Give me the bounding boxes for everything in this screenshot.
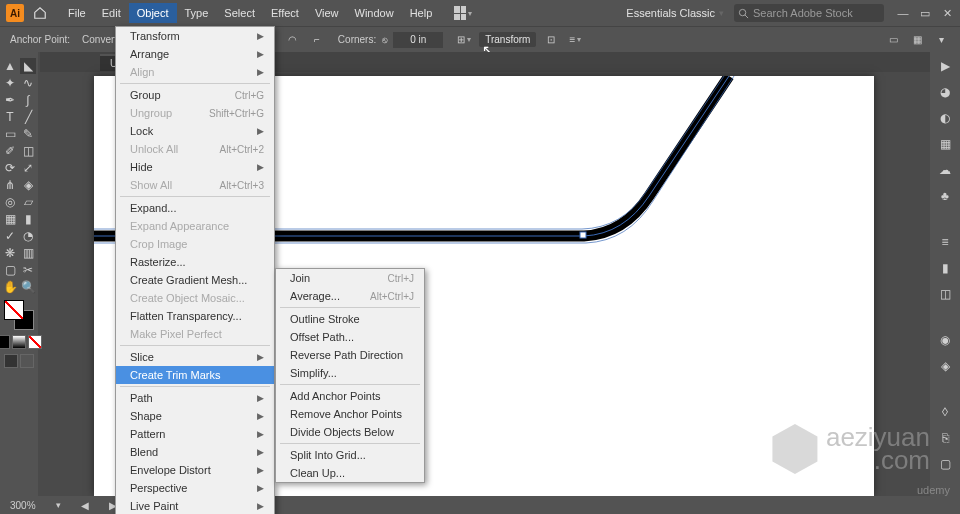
path-menu-item-offset-path[interactable]: Offset Path... — [276, 328, 424, 346]
shape-builder-tool[interactable]: ◎ — [2, 194, 18, 210]
object-menu-item-create-trim-marks[interactable]: Create Trim Marks — [116, 366, 274, 384]
line-tool[interactable]: ╱ — [20, 109, 36, 125]
path-menu-item-clean-up[interactable]: Clean Up... — [276, 464, 424, 482]
home-icon[interactable] — [30, 3, 50, 23]
object-menu-item-arrange[interactable]: Arrange▶ — [116, 45, 274, 63]
object-menu-item-envelope-distort[interactable]: Envelope Distort▶ — [116, 461, 274, 479]
path-menu-item-average[interactable]: Average...Alt+Ctrl+J — [276, 287, 424, 305]
object-menu-item-group[interactable]: GroupCtrl+G — [116, 86, 274, 104]
corner-input[interactable]: 0 in — [393, 32, 443, 48]
object-menu-item-create-gradient-mesh[interactable]: Create Gradient Mesh... — [116, 271, 274, 289]
object-menu-item-path[interactable]: Path▶ — [116, 389, 274, 407]
path-menu-item-join[interactable]: JoinCtrl+J — [276, 269, 424, 287]
search-input[interactable]: Search Adobe Stock — [734, 4, 884, 22]
toolbar-opt3-icon[interactable]: ▾ — [932, 31, 950, 49]
object-menu-item-flatten-transparency[interactable]: Flatten Transparency... — [116, 307, 274, 325]
nav-prev-icon[interactable]: ◀ — [81, 500, 89, 511]
menu-type[interactable]: Type — [177, 3, 217, 23]
color-panel-icon[interactable]: ◕ — [937, 84, 953, 100]
toolbar-opt1-icon[interactable]: ▭ — [884, 31, 902, 49]
toolbar-opt2-icon[interactable]: ▦ — [908, 31, 926, 49]
path-menu-item-remove-anchor-points[interactable]: Remove Anchor Points — [276, 405, 424, 423]
type-tool[interactable]: T — [2, 109, 18, 125]
workspace-switcher[interactable]: Essentials Classic ▾ — [618, 5, 732, 21]
magic-wand-tool[interactable]: ✦ — [2, 75, 18, 91]
free-transform-tool[interactable]: ◈ — [20, 177, 36, 193]
slice-tool[interactable]: ✂ — [20, 262, 36, 278]
blend-tool[interactable]: ◔ — [20, 228, 36, 244]
menu-object[interactable]: Object — [129, 3, 177, 23]
zoom-tool[interactable]: 🔍 — [20, 279, 36, 295]
menu-file[interactable]: File — [60, 3, 94, 23]
color-mode-row[interactable] — [0, 335, 42, 349]
symbol-sprayer-tool[interactable]: ❋ — [2, 245, 18, 261]
stroke-panel-icon[interactable]: ≡ — [937, 234, 953, 250]
curvature-tool[interactable]: ∫ — [20, 92, 36, 108]
object-menu-item-blend[interactable]: Blend▶ — [116, 443, 274, 461]
anchor-remove-icon[interactable]: ⌐ — [308, 31, 326, 49]
object-menu-item-perspective[interactable]: Perspective▶ — [116, 479, 274, 497]
menu-window[interactable]: Window — [347, 3, 402, 23]
object-menu-item-hide[interactable]: Hide▶ — [116, 158, 274, 176]
graphic-styles-icon[interactable]: ◈ — [937, 358, 953, 374]
width-tool[interactable]: ⋔ — [2, 177, 18, 193]
mesh-tool[interactable]: ▦ — [2, 211, 18, 227]
anchor-handles-icon[interactable]: ◠ — [284, 31, 302, 49]
pen-tool[interactable]: ✒ — [2, 92, 18, 108]
close-button[interactable]: ✕ — [940, 6, 954, 20]
object-menu-item-live-paint[interactable]: Live Paint▶ — [116, 497, 274, 514]
panel-layout-icon[interactable] — [454, 4, 472, 22]
shaper-tool[interactable]: ✐ — [2, 143, 18, 159]
brushes-panel-icon[interactable]: ☁ — [937, 162, 953, 178]
symbols-panel-icon[interactable]: ♣ — [937, 188, 953, 204]
gradient-tool[interactable]: ▮ — [20, 211, 36, 227]
align-icon[interactable]: ⊞ — [455, 31, 473, 49]
color-guide-icon[interactable]: ◐ — [937, 110, 953, 126]
isolate-icon[interactable]: ⊡ — [542, 31, 560, 49]
minimize-button[interactable]: — — [896, 6, 910, 20]
gradient-panel-icon[interactable]: ▮ — [937, 260, 953, 276]
restore-button[interactable]: ▭ — [918, 6, 932, 20]
eyedropper-tool[interactable]: ✓ — [2, 228, 18, 244]
object-menu-item-slice[interactable]: Slice▶ — [116, 348, 274, 366]
object-menu-item-lock[interactable]: Lock▶ — [116, 122, 274, 140]
paintbrush-tool[interactable]: ✎ — [20, 126, 36, 142]
menu-view[interactable]: View — [307, 3, 347, 23]
perspective-tool[interactable]: ▱ — [20, 194, 36, 210]
direct-selection-tool[interactable]: ◣ — [20, 58, 36, 74]
asset-export-icon[interactable]: ⎘ — [937, 430, 953, 446]
path-menu-item-simplify[interactable]: Simplify... — [276, 364, 424, 382]
transparency-panel-icon[interactable]: ◫ — [937, 286, 953, 302]
rotate-tool[interactable]: ⟳ — [2, 160, 18, 176]
lasso-tool[interactable]: ∿ — [20, 75, 36, 91]
object-menu-item-shape[interactable]: Shape▶ — [116, 407, 274, 425]
transform-button[interactable]: Transform — [479, 32, 536, 47]
corner-link-icon[interactable]: ⎋ — [382, 35, 387, 45]
path-menu-item-reverse-path-direction[interactable]: Reverse Path Direction — [276, 346, 424, 364]
path-menu-item-add-anchor-points[interactable]: Add Anchor Points — [276, 387, 424, 405]
rectangle-tool[interactable]: ▭ — [2, 126, 18, 142]
zoom-level[interactable]: 300% — [10, 500, 36, 511]
menu-effect[interactable]: Effect — [263, 3, 307, 23]
align-to-icon[interactable]: ≡ — [566, 31, 584, 49]
hand-tool[interactable]: ✋ — [2, 279, 18, 295]
object-menu-item-rasterize[interactable]: Rasterize... — [116, 253, 274, 271]
eraser-tool[interactable]: ◫ — [20, 143, 36, 159]
swatches-panel-icon[interactable]: ▦ — [937, 136, 953, 152]
graph-tool[interactable]: ▥ — [20, 245, 36, 261]
path-menu-item-divide-objects-below[interactable]: Divide Objects Below — [276, 423, 424, 441]
appearance-panel-icon[interactable]: ◉ — [937, 332, 953, 348]
fill-stroke-swatch[interactable] — [4, 300, 34, 330]
menu-select[interactable]: Select — [216, 3, 263, 23]
artboards-panel-icon[interactable]: ▢ — [937, 456, 953, 472]
menu-edit[interactable]: Edit — [94, 3, 129, 23]
properties-panel-icon[interactable]: ▶ — [937, 58, 953, 74]
object-menu-item-transform[interactable]: Transform▶ — [116, 27, 274, 45]
screen-mode-row[interactable] — [4, 354, 34, 368]
zoom-dropdown-icon[interactable]: ▾ — [56, 500, 61, 510]
object-menu-item-expand[interactable]: Expand... — [116, 199, 274, 217]
path-menu-item-outline-stroke[interactable]: Outline Stroke — [276, 310, 424, 328]
layers-panel-icon[interactable]: ◊ — [937, 404, 953, 420]
menu-help[interactable]: Help — [402, 3, 441, 23]
artboard-tool[interactable]: ▢ — [2, 262, 18, 278]
